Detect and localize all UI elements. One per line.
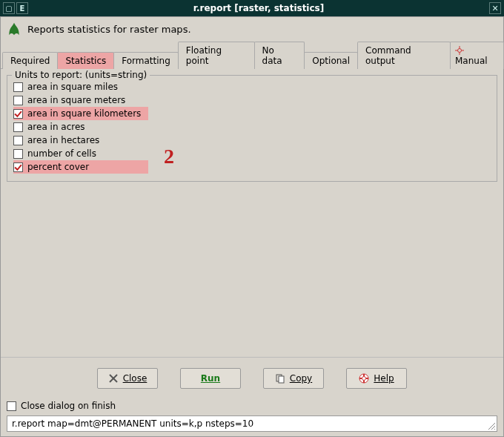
checkbox-label: area in square kilometers [27, 108, 141, 119]
checkbox-label: number of cells [27, 148, 96, 159]
window-title: r.report [raster, statistics] [28, 3, 489, 13]
tab-required[interactable]: Required [2, 52, 58, 69]
checkbox-label: area in hectares [27, 135, 99, 145]
svg-point-0 [458, 49, 462, 53]
bottom-area: Close dialog on finish r.report map=dmt@… [1, 396, 503, 436]
tab-manual[interactable]: Manual [450, 42, 504, 69]
copy-icon [275, 373, 285, 384]
command-line[interactable]: r.report map=dmt@PERMANENT units=k,p nst… [7, 415, 497, 432]
checkbox-row-mi[interactable]: area in square miles [13, 80, 491, 93]
checkbox-row-k[interactable]: area in square kilometers [13, 107, 148, 120]
checkbox-label: area in acres [27, 122, 85, 132]
crosshair-icon [455, 46, 464, 55]
command-text: r.report map=dmt@PERMANENT units=k,p nst… [12, 418, 253, 429]
checkbox-mi[interactable] [13, 82, 23, 92]
window-restore-icon[interactable]: E [16, 2, 28, 14]
tab-bar: Required Statistics Formatting Floating … [1, 41, 503, 69]
grass-logo-icon [7, 22, 21, 36]
tab-statistics[interactable]: Statistics [57, 52, 114, 69]
tab-command-output[interactable]: Command output [357, 42, 451, 69]
help-button[interactable]: Help [346, 368, 407, 389]
button-row: Close Run Copy Help [1, 357, 503, 396]
checkbox-row-c[interactable]: number of cells [13, 147, 491, 160]
annotation-number: 2 [164, 145, 174, 168]
resize-handle-icon[interactable] [486, 421, 495, 430]
svg-line-13 [494, 429, 495, 430]
description-text: Reports statistics for raster maps. [27, 24, 191, 35]
checkbox-row-p[interactable]: percent cover [13, 160, 148, 174]
units-groupbox: Units to report: (units=string) area in … [7, 75, 497, 182]
checkbox-c[interactable] [13, 149, 23, 159]
close-on-finish-label: Close dialog on finish [21, 401, 116, 411]
checkbox-h[interactable] [13, 136, 23, 145]
tab-no-data[interactable]: No data [254, 42, 305, 69]
checkbox-me[interactable] [13, 96, 23, 105]
close-icon[interactable] [489, 2, 501, 14]
lifebuoy-icon [359, 373, 369, 384]
svg-point-10 [362, 377, 366, 381]
close-button[interactable]: Close [97, 368, 158, 389]
window-menu-icon[interactable]: ▢ [3, 2, 15, 14]
tab-optional[interactable]: Optional [304, 52, 358, 69]
groupbox-legend: Units to report: (units=string) [12, 70, 150, 80]
titlebar: ▢ E r.report [raster, statistics] [0, 0, 504, 16]
checkbox-label: area in square meters [27, 95, 125, 105]
close-x-icon [108, 373, 119, 384]
copy-button[interactable]: Copy [263, 368, 324, 389]
app-window: Reports statistics for raster maps. Requ… [0, 16, 504, 437]
run-button[interactable]: Run [180, 368, 241, 389]
close-on-finish-checkbox[interactable] [7, 401, 16, 411]
checkbox-row-me[interactable]: area in square meters [13, 93, 491, 107]
tab-panel: Units to report: (units=string) area in … [1, 69, 503, 357]
checkbox-row-h[interactable]: area in hectares [13, 134, 491, 147]
checkbox-label: percent cover [27, 162, 89, 172]
checkbox-label: area in square miles [27, 82, 118, 92]
checkbox-row-a[interactable]: area in acres [13, 120, 491, 134]
svg-line-11 [488, 423, 495, 430]
checkbox-p[interactable] [13, 162, 23, 172]
tab-floating-point[interactable]: Floating point [178, 42, 255, 69]
svg-rect-8 [279, 376, 284, 383]
tab-formatting[interactable]: Formatting [113, 52, 179, 69]
checkbox-a[interactable] [13, 122, 23, 132]
close-on-finish-row[interactable]: Close dialog on finish [7, 399, 497, 413]
checkbox-k[interactable] [13, 109, 23, 119]
